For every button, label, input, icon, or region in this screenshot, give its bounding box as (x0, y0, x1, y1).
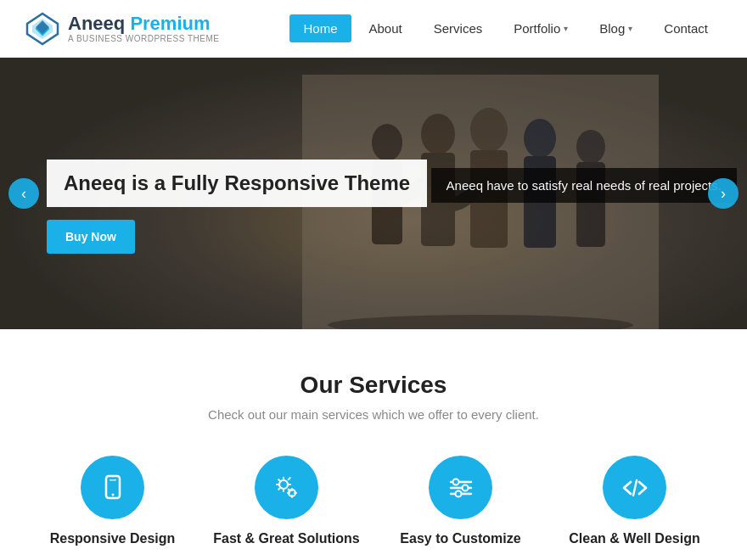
logo-name-part2: Premium (130, 13, 210, 34)
svg-point-25 (462, 484, 468, 490)
hero-title-box: Aneeq is a Fully Responsive Theme (47, 160, 427, 207)
logo[interactable]: Aneeq Premium A Business Wordpress Theme (25, 12, 219, 46)
svg-point-26 (455, 490, 461, 496)
fast-solutions-icon-circle (255, 456, 318, 519)
nav: Home About Services Portfolio ▾ Blog ▾ C… (289, 14, 722, 42)
logo-name-part1: Aneeq (68, 13, 125, 34)
services-grid: Responsive Design Lorem Ipsum is simply … (34, 456, 713, 560)
svg-point-17 (111, 493, 114, 496)
nav-portfolio[interactable]: Portfolio ▾ (500, 14, 581, 42)
services-section-title: Our Services (34, 372, 713, 399)
service-name-fast: Fast & Great Solutions (213, 531, 359, 546)
service-name-customize: Easy to Customize (400, 531, 520, 546)
hero-description: Aneeq have to satisfy real needs of real… (447, 178, 722, 193)
service-item-design: Clean & Well Design Lorem Ipsum is simpl… (556, 456, 713, 560)
nav-about[interactable]: About (356, 14, 416, 42)
svg-line-27 (633, 480, 637, 496)
slider-prev-button[interactable]: ‹ (8, 178, 39, 209)
logo-subtitle: A Business Wordpress Theme (68, 34, 219, 43)
slider-next-button[interactable]: › (708, 178, 739, 209)
gear-icon (272, 473, 302, 503)
hero-buy-button[interactable]: Buy Now (47, 220, 135, 254)
chevron-left-icon: ‹ (21, 185, 26, 203)
service-item-customize: Easy to Customize Lorem Ipsum is simply … (382, 456, 539, 560)
hero-slider: Aneeq is a Fully Responsive Theme Aneeq … (0, 58, 747, 329)
design-icon-circle (603, 456, 666, 519)
nav-home[interactable]: Home (289, 14, 351, 42)
sliders-icon (447, 473, 475, 502)
service-name-responsive: Responsive Design (50, 531, 176, 546)
service-item-responsive: Responsive Design Lorem Ipsum is simply … (34, 456, 191, 560)
service-item-fast: Fast & Great Solutions Lorem Ipsum is si… (208, 456, 365, 560)
services-section-subtitle: Check out our main services which we off… (34, 407, 713, 422)
hero-title: Aneeq is a Fully Responsive Theme (64, 171, 410, 195)
portfolio-dropdown-icon: ▾ (564, 24, 568, 33)
hero-desc-box: Aneeq have to satisfy real needs of real… (431, 168, 737, 203)
customize-icon-circle (429, 456, 492, 519)
hero-content: Aneeq is a Fully Responsive Theme Aneeq … (47, 160, 747, 254)
nav-contact[interactable]: Contact (650, 14, 722, 42)
code-icon (621, 473, 649, 502)
svg-point-24 (452, 479, 458, 484)
logo-icon (25, 12, 59, 46)
chevron-right-icon: › (721, 185, 726, 203)
nav-blog[interactable]: Blog ▾ (586, 14, 646, 42)
responsive-design-icon-circle (81, 456, 144, 519)
service-name-design: Clean & Well Design (569, 531, 699, 546)
services-section: Our Services Check out our main services… (0, 329, 747, 560)
svg-rect-18 (110, 479, 116, 481)
logo-text: Aneeq Premium A Business Wordpress Theme (68, 14, 219, 43)
nav-services[interactable]: Services (420, 14, 497, 42)
blog-dropdown-icon: ▾ (628, 24, 632, 33)
mobile-icon (99, 474, 126, 501)
header: Aneeq Premium A Business Wordpress Theme… (0, 0, 747, 58)
